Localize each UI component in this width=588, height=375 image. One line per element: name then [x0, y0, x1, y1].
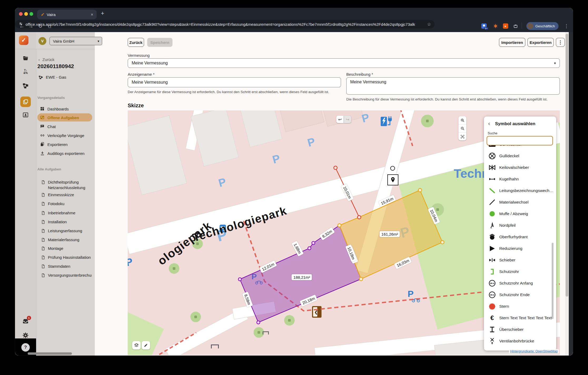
more-actions-kebab-icon[interactable]: ⋮ [556, 38, 565, 47]
task-fotodoku[interactable]: Fotodoku [41, 201, 65, 206]
symbol-item-schieber[interactable]: Schieber [484, 254, 553, 266]
reload-icon[interactable]: ↻ [37, 22, 44, 30]
task-inbetriebnahme[interactable]: Inbetriebnahme [41, 211, 75, 215]
icon-rail [15, 32, 36, 356]
search-label: Suche [488, 131, 497, 135]
symbol-item-leitungsbezeichnungswechsel[interactable]: Leitungsbezeichnungswech… [484, 185, 553, 196]
project-item[interactable]: EWE - Gas [38, 75, 66, 80]
symbol-item-oberflurhydrant[interactable]: Oberflurhydrant [484, 231, 553, 243]
extensions-puzzle-icon[interactable] [512, 23, 519, 29]
window-zoom-button[interactable] [29, 12, 33, 16]
schutzrohr-icon [488, 268, 496, 276]
page-scrollbar-thumb[interactable] [566, 34, 568, 297]
extension-sprocket-icon[interactable] [492, 23, 499, 29]
symbol-item-kugelhahn[interactable]: Kugelhahn [484, 173, 553, 185]
sidebar-item-offene-aufgaben[interactable]: Offene Aufgaben [40, 115, 79, 120]
rail-inbox-icon[interactable]: 6 [22, 318, 29, 326]
task-installation[interactable]: Installation [41, 220, 67, 224]
task-dichtheitspruefung[interactable]: Dichtheitsprüfung Netzanschlussleitung [41, 179, 91, 190]
symbol-item-stern[interactable]: Stern [484, 301, 553, 312]
sidebar-horizontal-scrollbar[interactable] [28, 352, 72, 355]
task-montage[interactable]: Montage [41, 246, 63, 251]
sidebar-item-dashboards[interactable]: Dashboards [40, 107, 69, 111]
extension-orange-icon[interactable]: ▸ [502, 23, 509, 29]
rail-workflow-icon[interactable] [22, 83, 29, 90]
profile-chip[interactable]: Geschäftlich [526, 22, 559, 30]
symbol-item-schutzrohr[interactable]: Schutzrohr [484, 266, 553, 277]
browser-tab[interactable]: ✓ Vaira ✕ [37, 10, 97, 19]
panel-back-chevron-icon[interactable]: ‹ [488, 120, 490, 126]
symbol-list-scrollbar[interactable] [552, 243, 554, 319]
back-button[interactable]: Zurück [128, 38, 144, 47]
task-stammdaten[interactable]: Stammdaten [41, 264, 70, 268]
forward-icon[interactable]: → [27, 22, 34, 30]
keilovalschieber-icon [488, 164, 496, 171]
case-id: 202601180942 [37, 63, 74, 69]
vaira-logo[interactable]: ✓ [19, 36, 28, 45]
map-point-handle[interactable] [390, 166, 395, 171]
document-icon [41, 220, 45, 224]
task-einmessskizze[interactable]: Einmessskizze [41, 192, 74, 197]
sidebar-item-verknuepfte-vorgaenge[interactable]: Verknüpfte Vorgänge [40, 133, 84, 138]
sidebar-item-chat[interactable]: Chat [40, 124, 56, 129]
symbol-panel: ‹ Symbol auswählen Suche GS-Wächter Gull… [484, 116, 556, 351]
symbol-item-ueberschieber[interactable]: Überschieber [484, 324, 553, 335]
symbol-item-schutzrohr-ende[interactable]: SR-E Schutzrohr Ende [484, 289, 553, 301]
task-pruefung-hausinstallation[interactable]: Prüfung Hausinstallation [41, 255, 91, 260]
bookmark-star-icon[interactable]: ☆ [427, 22, 431, 27]
zoom-in-button[interactable] [458, 116, 466, 124]
zoom-out-button[interactable] [458, 124, 466, 133]
save-button[interactable]: Speichern [147, 38, 172, 47]
document-icon [41, 193, 45, 197]
symbol-item-nordpfeil[interactable]: N Nordpfeil [484, 220, 553, 231]
rail-instances-active-icon[interactable] [20, 97, 31, 107]
home-icon[interactable]: ⌂ [46, 22, 53, 30]
address-bar[interactable]: office.vaira.app/o/c7be7mnm5f1rdro8tg2g/… [15, 20, 435, 28]
tab-close-icon[interactable]: ✕ [91, 13, 93, 17]
new-tab-button[interactable]: + [101, 10, 104, 17]
ventilanbohrbruecke-icon [488, 337, 496, 345]
anzeigename-input[interactable] [128, 77, 341, 87]
task-materialerfassung[interactable]: Materialerfassung [41, 237, 79, 242]
symbol-item-muffe-abzweig[interactable]: Muffe / Abzweig [484, 208, 553, 220]
draw-button[interactable] [142, 341, 150, 349]
sidebar-item-exportieren[interactable]: Exportieren [40, 142, 68, 147]
map-canvas[interactable]: P P P P P P P P P ❮ ologie [128, 110, 560, 355]
symbol-search-input[interactable] [487, 136, 553, 145]
symbol-item-gullideckel[interactable]: Gullideckel [484, 150, 553, 162]
area-label-yellow: 161,26m² [379, 231, 400, 237]
symbol-item-schutzrohr-anfang[interactable]: SR-A Schutzrohr Anfang [484, 277, 553, 289]
symbol-item-stern-text[interactable]: € Stern Text Text Text Text Text [484, 312, 553, 324]
sidebar-item-auditlogs[interactable]: Auditlogs exportieren [40, 151, 85, 156]
beschreibung-textarea[interactable]: Meine Vermessung [346, 77, 560, 95]
document-icon [41, 180, 45, 184]
symbol-item-materialwechsel[interactable]: Materialwechsel [484, 196, 553, 208]
browser-menu-kebab-icon[interactable]: ⋮ [563, 22, 570, 30]
layers-button[interactable] [132, 341, 141, 349]
map-marker-symbol[interactable] [387, 174, 398, 185]
nordpfeil-icon: N [488, 221, 496, 229]
symbol-item-ventilanbohrbruecke[interactable]: Ventilanbohrbrücke [484, 335, 553, 347]
import-button[interactable]: Importieren [499, 38, 525, 47]
symbol-item-reduzierung[interactable]: Reduzierung [484, 243, 553, 254]
window-minimize-button[interactable] [24, 12, 28, 16]
help-button[interactable]: ? [21, 343, 30, 352]
task-leistungserfassung[interactable]: Leistungserfassung [41, 229, 82, 233]
layers-icon [134, 343, 139, 348]
rail-projects-folder-icon[interactable] [22, 55, 29, 63]
org-select[interactable]: Vaira GmbH ▾ [50, 37, 102, 45]
redo-button[interactable]: ↪ [344, 116, 351, 123]
window-close-button[interactable] [19, 12, 23, 16]
task-versorgungsunterbrechung[interactable]: Versorgungsunterbrechung [41, 273, 92, 277]
back-link[interactable]: ‹Zurück [38, 57, 55, 62]
symbol-item-keilovalschieber[interactable]: Keilovalschieber [484, 162, 553, 173]
rail-contacts-icon[interactable] [22, 112, 29, 119]
euro-icon: € [488, 314, 496, 322]
export-button[interactable]: Exportieren [527, 38, 554, 47]
fit-view-button[interactable] [458, 133, 466, 140]
back-icon[interactable]: ← [18, 22, 26, 30]
extension-password-icon[interactable]: 9+ [481, 23, 487, 29]
undo-button[interactable]: ↩ [336, 116, 344, 123]
rail-fields-icon[interactable]: T♪&% [23, 69, 28, 74]
vermessung-select[interactable]: Meine Vermessung ▾ [128, 58, 560, 68]
